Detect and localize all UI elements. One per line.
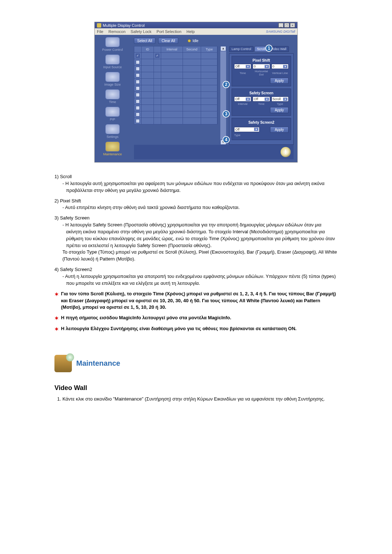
safety-screen2-title: Safety Screen2: [234, 120, 289, 124]
safety-screen2-type[interactable]: Off▾: [234, 127, 260, 132]
idle-label: Idle: [192, 39, 198, 43]
table-scrollbar[interactable]: ▲ ▼: [220, 46, 226, 145]
chevron-down-icon: ▾: [283, 65, 287, 68]
star-icon: ✶: [54, 315, 59, 322]
tab-lamp[interactable]: Lamp Control: [229, 46, 254, 52]
brand-label: SAMSUNG DIGITall: [266, 30, 295, 33]
col-type: Type: [201, 46, 218, 52]
table-row[interactable]: [134, 59, 217, 66]
description-text: 1) Scroll Η λειτουργία αυτή χρησιμοποιεί…: [54, 173, 338, 402]
main-area: Select All Clear All Idle ID: [130, 35, 297, 162]
info-icon[interactable]: !: [281, 147, 291, 157]
row-checkbox[interactable]: [136, 73, 140, 77]
sidebar-item-power[interactable]: Power Control: [96, 37, 129, 52]
row-checkbox[interactable]: [136, 112, 140, 116]
row-checkbox[interactable]: [136, 60, 140, 64]
star-icon: ✶: [54, 325, 59, 333]
bullet-1-text: Η λειτουργία αυτή χρησιμοποιείται για αφ…: [62, 180, 338, 194]
table-row[interactable]: [134, 53, 217, 59]
col-id: ID: [142, 46, 154, 52]
bullet-4-title: 4) Safety Screen2: [54, 266, 338, 273]
table-row[interactable]: [134, 92, 217, 98]
pixel-shift-apply-button[interactable]: Apply: [270, 78, 289, 84]
safety-screen-title: Safety Screen: [234, 91, 289, 95]
maintenance-heading: Maintenance: [76, 358, 120, 369]
row-status-checkbox[interactable]: [155, 54, 159, 58]
sidebar-item-maintenance[interactable]: Maintenance: [96, 141, 129, 156]
table-row[interactable]: [134, 118, 217, 124]
row-checkbox[interactable]: [136, 93, 140, 97]
pixel-shift-hd[interactable]: 0▾: [253, 64, 270, 69]
pixel-shift-title: Pixel Shift: [234, 58, 289, 62]
video-wall-step-1: Κάντε κλικ στο εικονίδιο "Maintenance" (…: [62, 395, 338, 403]
badge-3: 3: [222, 110, 230, 118]
row-checkbox[interactable]: [136, 119, 140, 123]
bullet-4-text: Αυτή η λειτουργία χρησιμοποιείται για απ…: [62, 273, 338, 287]
minimize-button[interactable]: _: [278, 23, 283, 28]
maintenance-icon: [54, 355, 72, 372]
safety-screen-apply-button[interactable]: Apply: [270, 107, 289, 113]
star-note-2: Η πηγή σήματος εισόδου MagicInfo λειτουρ…: [61, 315, 338, 322]
video-wall-heading: Video Wall: [54, 383, 338, 393]
menu-port-selection[interactable]: Port Selection: [156, 29, 181, 34]
sidebar-item-input[interactable]: Input Source: [96, 54, 129, 69]
pixel-shift-vl[interactable]: 0▾: [271, 64, 289, 69]
row-checkbox[interactable]: [136, 80, 140, 84]
table-row[interactable]: [134, 72, 217, 79]
safety-screen-time[interactable]: Off▾: [253, 97, 270, 102]
row-checkbox[interactable]: [136, 67, 140, 71]
safety-screen-section: Safety Screen Off▾ Off▾ Scroll▾ Interval…: [232, 89, 291, 116]
safety-screen-interval[interactable]: Off▾: [234, 97, 251, 102]
select-all-button[interactable]: Select All: [134, 38, 155, 44]
table-row[interactable]: [134, 98, 217, 105]
col-second: Second: [183, 46, 201, 52]
safety-screen-type[interactable]: Scroll▾: [271, 97, 289, 102]
menu-safety-lock[interactable]: Safety Lock: [131, 29, 151, 34]
chevron-down-icon: ▾: [254, 128, 258, 131]
bullet-2-text: Αυτό επιτρέπει κίνηση στην οθόνη ανά τακ…: [62, 204, 338, 211]
safety-screen2-section: Safety Screen2 Off▾ Apply Type 4: [232, 118, 291, 140]
safety-screen2-apply-button[interactable]: Apply: [270, 127, 289, 133]
sidebar-item-image-size[interactable]: Image Size: [96, 72, 129, 86]
badge-1: 1: [265, 45, 273, 52]
scroll-up-icon[interactable]: ▲: [220, 46, 226, 51]
chevron-down-icon: ▾: [265, 65, 269, 68]
clear-all-button[interactable]: Clear All: [158, 38, 178, 44]
table-row[interactable]: [134, 79, 217, 85]
badge-2: 2: [222, 81, 230, 88]
sidebar-item-time[interactable]: Time: [96, 89, 129, 104]
menu-help[interactable]: Help: [187, 29, 195, 34]
star-note-3: Η λειτουργία Ελέγχου Συντήρησης είναι δι…: [61, 325, 338, 333]
table-row[interactable]: [134, 105, 217, 111]
menu-remocon[interactable]: Remocon: [109, 29, 126, 34]
app-icon: [97, 23, 101, 28]
chevron-down-icon: ▾: [246, 65, 250, 68]
maximize-button[interactable]: □: [284, 23, 289, 28]
idle-dot-icon: [188, 39, 191, 42]
sidebar-item-settings[interactable]: Settings: [96, 124, 129, 139]
star-icon: ✶: [54, 291, 59, 311]
table-row[interactable]: [134, 66, 217, 72]
row-checkbox[interactable]: [136, 86, 140, 90]
row-checkbox[interactable]: [136, 106, 140, 110]
right-panel: 1 Lamp Control Scroll Video Wall Pixel S…: [229, 46, 294, 145]
menu-file[interactable]: File: [97, 29, 103, 34]
col-interval: Interval: [161, 46, 183, 52]
app-window: Multiple Display Control _ □ × File Remo…: [94, 22, 298, 163]
bullet-3-text2: Το στοιχείο Type (Τύπος) μπορεί να ρυθμι…: [62, 249, 338, 263]
menubar: File Remocon Safety Lock Port Selection …: [95, 28, 297, 35]
row-checkbox[interactable]: [136, 99, 140, 103]
close-button[interactable]: ×: [290, 23, 295, 28]
bullet-3-text1: Η λειτουργία Safety Screen (Προστασία οθ…: [62, 222, 338, 249]
col-check: [134, 46, 142, 52]
row-checkbox[interactable]: [136, 54, 140, 58]
chevron-down-icon: ▾: [246, 98, 250, 101]
window-title: Multiple Display Control: [103, 23, 145, 28]
pixel-shift-time[interactable]: Off▾: [234, 64, 251, 69]
table-row[interactable]: [134, 111, 217, 118]
col-status: [154, 46, 161, 52]
titlebar: Multiple Display Control _ □ ×: [95, 22, 297, 28]
display-table: ID Interval Second Type: [134, 46, 217, 145]
sidebar-item-pip[interactable]: PIP: [96, 107, 129, 121]
table-row[interactable]: [134, 85, 217, 92]
